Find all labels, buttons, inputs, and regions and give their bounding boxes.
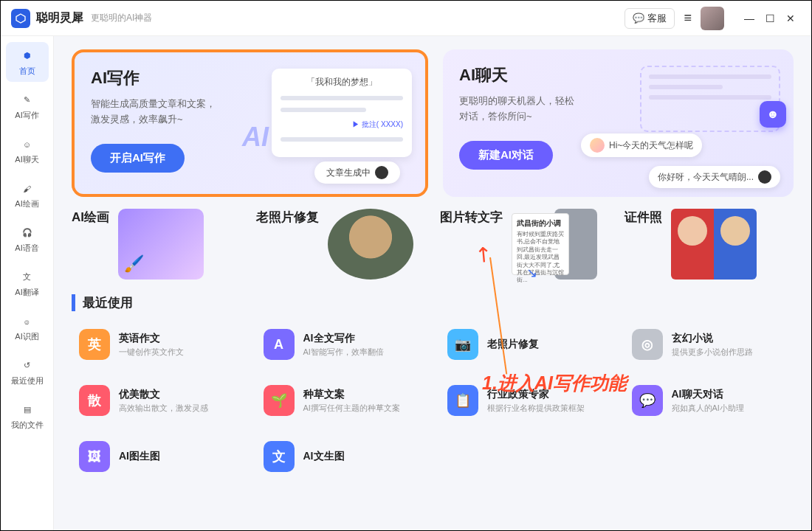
titlebar: 聪明灵犀 更聪明的AI神器 💬客服 ≡ — ☐ ✕ <box>1 1 811 36</box>
restore-thumb <box>328 209 413 280</box>
sidebar-item-chat[interactable]: ☺AI聊天 <box>6 131 49 170</box>
svg-marker-0 <box>16 14 25 23</box>
recent-item[interactable]: 🌱种草文案AI撰写任何主题的种草文案 <box>256 378 426 423</box>
hamburger-menu-button[interactable]: ≡ <box>684 10 692 26</box>
chat-bubble-bot: 你好呀，今天天气晴朗... <box>649 166 780 188</box>
recent-item-title: AI图生图 <box>119 450 160 463</box>
sidebar-item-voice[interactable]: 🎧AI语音 <box>6 219 49 259</box>
ai-watermark: AI <box>242 122 269 153</box>
translate-icon: 文 <box>19 269 35 285</box>
voice-icon: 🎧 <box>19 225 35 241</box>
file-icon: ▤ <box>19 402 35 418</box>
app-logo-icon <box>11 9 30 28</box>
recent-item-title: AI聊天对话 <box>672 388 744 401</box>
recent-item-title: 英语作文 <box>119 332 184 345</box>
sidebar-item-history[interactable]: ↺最近使用 <box>6 352 49 392</box>
scan-icon: ⌾ <box>19 313 35 330</box>
sidebar-item-writing[interactable]: ✎AI写作 <box>6 86 49 126</box>
idphoto-thumb <box>671 209 757 280</box>
recent-heading: 最近使用 <box>72 294 794 311</box>
recent-item-sub: 提供更多小说创作思路 <box>672 347 753 358</box>
sidebar: ⬢首页 ✎AI写作 ☺AI聊天 🖌AI绘画 🎧AI语音 文AI翻译 ⌾AI识图 … <box>1 36 54 530</box>
recent-item-sub: AI撰写任何主题的种草文案 <box>303 403 400 414</box>
recent-item[interactable]: 📷老照片修复 <box>440 322 610 367</box>
annotation-text: 1.进入AI写作功能 <box>482 371 627 395</box>
main-content: AI写作 智能生成高质量文章和文案，激发灵感，效率飙升~ 开启AI写作 「我和我… <box>54 36 811 530</box>
logo-small-icon <box>758 170 771 184</box>
chat-icon: ☺ <box>19 136 35 153</box>
sidebar-item-translate[interactable]: 文AI翻译 <box>6 263 49 303</box>
app-name: 聪明灵犀 <box>36 10 83 26</box>
sidebar-item-scan[interactable]: ⌾AI识图 <box>6 308 49 347</box>
recent-item-icon: 英 <box>79 329 110 360</box>
painting-thumb <box>118 209 204 280</box>
hero-ai-writing[interactable]: AI写作 智能生成高质量文章和文案，激发灵感，效率飙升~ 开启AI写作 「我和我… <box>72 49 428 197</box>
feature-ai-painting[interactable]: AI绘画 <box>72 209 241 280</box>
recent-item-sub: AI智能写作，效率翻倍 <box>303 347 384 358</box>
chat-bubble-user: Hi~今天的天气怎样呢 <box>581 133 702 157</box>
sidebar-item-home[interactable]: ⬢首页 <box>6 42 49 82</box>
recent-item[interactable]: 散优美散文高效输出散文，激发灵感 <box>72 378 241 423</box>
close-button[interactable]: ✕ <box>780 8 801 29</box>
recent-item-icon: A <box>264 329 295 360</box>
recent-item-sub: 高效输出散文，激发灵感 <box>119 403 208 414</box>
recent-item[interactable]: AAI全文写作AI智能写作，效率翻倍 <box>256 322 426 367</box>
recent-item[interactable]: ◎玄幻小说提供更多小说创作思路 <box>625 322 794 367</box>
start-ai-writing-button[interactable]: 开启AI写作 <box>91 144 185 173</box>
hero-ai-chat[interactable]: AI聊天 更聪明的聊天机器人，轻松对话，答你所问~ 新建AI对话 ☻ Hi~今天… <box>443 49 794 197</box>
recent-item-icon: 📋 <box>447 385 478 416</box>
feature-ocr[interactable]: 图片转文字武昌街的小调有时候到重庆路买书,总会不自觉地到武昌街去走一回,最近发现… <box>440 209 610 280</box>
recent-item-icon: 散 <box>79 385 110 416</box>
history-icon: ↺ <box>19 358 35 374</box>
recent-item-sub: 根据行业名称提供政策框架 <box>487 403 585 414</box>
maximize-button[interactable]: ☐ <box>760 8 780 29</box>
feature-photo-restore[interactable]: 老照片修复 <box>256 209 426 280</box>
recent-grid: 英英语作文一键创作英文作文AAI全文写作AI智能写作，效率翻倍📷老照片修复◎玄幻… <box>72 322 794 479</box>
generating-chip: 文章生成中 <box>314 162 400 184</box>
arrow-icon: ↘ <box>526 265 537 281</box>
recent-item-icon: 🌱 <box>264 385 295 416</box>
recent-item[interactable]: 文AI文生图 <box>256 434 426 479</box>
chat-bubble-icon: 💬 <box>633 13 644 24</box>
customer-service-button[interactable]: 💬客服 <box>625 8 675 29</box>
recent-item-icon: 📷 <box>447 329 478 360</box>
logo-small-icon <box>375 166 388 179</box>
writing-preview-card: 「我和我的梦想」 ▶ 批注( XXXX) <box>272 69 412 157</box>
recent-item-sub: 一键创作英文作文 <box>119 347 184 358</box>
paint-icon: 🖌 <box>19 181 35 197</box>
recent-item-sub: 宛如真人的AI小助理 <box>672 403 744 414</box>
recent-item-icon: 💬 <box>632 385 663 416</box>
recent-item-title: AI全文写作 <box>303 332 384 345</box>
feature-id-photo[interactable]: 证件照 <box>625 209 794 280</box>
home-icon: ⬢ <box>19 48 35 64</box>
new-chat-button[interactable]: 新建AI对话 <box>459 141 553 170</box>
minimize-button[interactable]: — <box>739 8 760 29</box>
sidebar-item-files[interactable]: ▤我的文件 <box>6 396 49 436</box>
recent-item-icon: ◎ <box>632 329 663 360</box>
ocr-thumb: 武昌街的小调有时候到重庆路买书,总会不自觉地到武昌街去走一回,最近发现武昌街大大… <box>512 209 597 280</box>
recent-item-title: 玄幻小说 <box>672 332 753 345</box>
recent-item-icon: 🖼 <box>79 441 110 472</box>
recent-item-icon: 文 <box>264 441 295 472</box>
recent-item-title: 优美散文 <box>119 388 208 401</box>
recent-item[interactable]: 💬AI聊天对话宛如真人的AI小助理 <box>625 378 794 423</box>
user-face-icon <box>590 138 605 153</box>
user-avatar[interactable] <box>701 7 724 30</box>
smiley-badge-icon: ☻ <box>760 101 786 128</box>
recent-item-title: AI文生图 <box>303 450 345 463</box>
app-slogan: 更聪明的AI神器 <box>91 12 152 24</box>
recent-item[interactable]: 英英语作文一键创作英文作文 <box>72 322 241 367</box>
pen-icon: ✎ <box>19 92 35 108</box>
sidebar-item-paint[interactable]: 🖌AI绘画 <box>6 175 49 215</box>
recent-item[interactable]: 🖼AI图生图 <box>72 434 241 479</box>
recent-item-title: 种草文案 <box>303 388 400 401</box>
recent-item-title: 老照片修复 <box>487 338 539 351</box>
